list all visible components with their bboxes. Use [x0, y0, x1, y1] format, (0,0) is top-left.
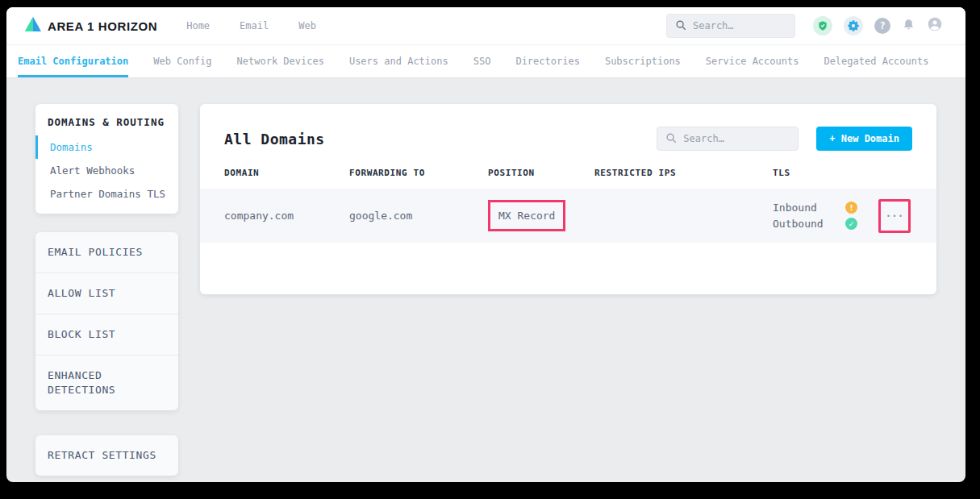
global-search[interactable]: [666, 14, 795, 38]
column-header-position: POSITION: [488, 168, 594, 178]
help-icon[interactable]: ?: [874, 18, 890, 34]
column-header-restricted-ips: RESTRICTED IPS: [594, 168, 773, 178]
content-area: DOMAINS & ROUTING Domains Alert Webhooks…: [6, 78, 965, 482]
tls-outbound-label: Outbound: [773, 218, 845, 230]
search-icon: [675, 19, 686, 34]
warning-status-icon: !: [845, 202, 857, 214]
column-header-forwarding-to: FORWARDING TO: [349, 168, 488, 178]
nav-item-web[interactable]: Web: [298, 20, 316, 31]
sidebar-item-allow-list[interactable]: ALLOW LIST: [35, 273, 178, 314]
tab-network-devices[interactable]: Network Devices: [237, 45, 324, 77]
cell-domain: company.com: [224, 210, 349, 222]
nav-item-home[interactable]: Home: [186, 20, 210, 31]
logo[interactable]: AREA 1 HORIZON: [24, 16, 157, 35]
sidebar-item-enhanced-detections[interactable]: ENHANCED DETECTIONS: [35, 356, 178, 410]
cell-position-highlight-box: MX Record: [488, 200, 565, 231]
sidebar-item-domains[interactable]: Domains: [35, 135, 178, 159]
policies-card: EMAIL POLICIES ALLOW LIST BLOCK LIST ENH…: [35, 232, 178, 410]
domains-routing-card: DOMAINS & ROUTING Domains Alert Webhooks…: [35, 104, 178, 214]
tab-service-accounts[interactable]: Service Accounts: [706, 45, 799, 77]
panel-header: All Domains + New Domain: [200, 104, 936, 168]
top-navigation: Home Email Web: [186, 20, 316, 31]
sidebar-item-block-list[interactable]: BLOCK LIST: [35, 314, 178, 356]
retract-settings-card: RETRACT SETTINGS: [35, 435, 178, 476]
cell-forwarding-to: google.com: [349, 210, 488, 222]
tls-inbound-line: Inbound !: [773, 202, 857, 214]
tab-subscriptions[interactable]: Subscriptions: [605, 45, 681, 77]
sidebar-item-retract-settings[interactable]: RETRACT SETTINGS: [35, 435, 178, 476]
domains-search[interactable]: [657, 127, 799, 151]
tls-outbound-line: Outbound ✓: [773, 218, 857, 230]
tab-delegated-accounts[interactable]: Delegated Accounts: [824, 45, 928, 77]
tls-status-stack: Inbound ! Outbound ✓: [773, 202, 857, 230]
sidebar: DOMAINS & ROUTING Domains Alert Webhooks…: [35, 104, 178, 476]
all-domains-panel: All Domains + New Domain DOMAIN FORWARDI…: [200, 104, 936, 294]
table-header-row: DOMAIN FORWARDING TO POSITION RESTRICTED…: [200, 168, 936, 189]
gear-icon[interactable]: [844, 16, 863, 35]
sidebar-item-email-policies[interactable]: EMAIL POLICIES: [35, 232, 178, 273]
section-tabs: Email Configuration Web Config Network D…: [6, 45, 965, 78]
logo-text: AREA 1 HORIZON: [48, 19, 157, 33]
column-header-domain: DOMAIN: [224, 168, 349, 178]
tab-directories[interactable]: Directories: [515, 45, 579, 77]
sidebar-item-partner-domains-tls[interactable]: Partner Domains TLS: [35, 182, 178, 206]
page-title: All Domains: [224, 131, 325, 148]
bell-icon[interactable]: [902, 18, 915, 35]
shield-check-icon[interactable]: [813, 16, 832, 35]
success-status-icon: ✓: [845, 218, 857, 230]
row-menu-highlight-box: •••: [878, 199, 911, 233]
app-window: AREA 1 HORIZON Home Email Web: [6, 7, 965, 482]
ellipsis-menu-icon[interactable]: •••: [885, 212, 904, 220]
user-avatar-icon[interactable]: [927, 16, 943, 35]
nav-item-email[interactable]: Email: [240, 20, 269, 31]
tab-email-configuration[interactable]: Email Configuration: [18, 45, 128, 77]
cell-position: MX Record: [498, 210, 555, 222]
domains-search-input[interactable]: [683, 133, 790, 144]
table-row: company.com google.com MX Record Inbound…: [200, 189, 936, 243]
search-icon: [665, 131, 677, 147]
tab-sso[interactable]: SSO: [473, 45, 491, 77]
tab-web-config[interactable]: Web Config: [153, 45, 211, 77]
global-search-input[interactable]: [693, 20, 786, 31]
tab-users-and-actions[interactable]: Users and Actions: [349, 45, 448, 77]
top-icon-group: ?: [813, 16, 943, 35]
domains-routing-title: DOMAINS & ROUTING: [35, 116, 178, 128]
logo-triangle-icon: [24, 16, 42, 35]
top-bar: AREA 1 HORIZON Home Email Web: [6, 7, 965, 45]
tls-inbound-label: Inbound: [773, 202, 845, 214]
new-domain-button[interactable]: + New Domain: [816, 127, 912, 151]
column-header-tls: TLS: [773, 168, 936, 178]
sidebar-item-alert-webhooks[interactable]: Alert Webhooks: [35, 159, 178, 182]
cell-tls: Inbound ! Outbound ✓ •••: [773, 199, 936, 233]
